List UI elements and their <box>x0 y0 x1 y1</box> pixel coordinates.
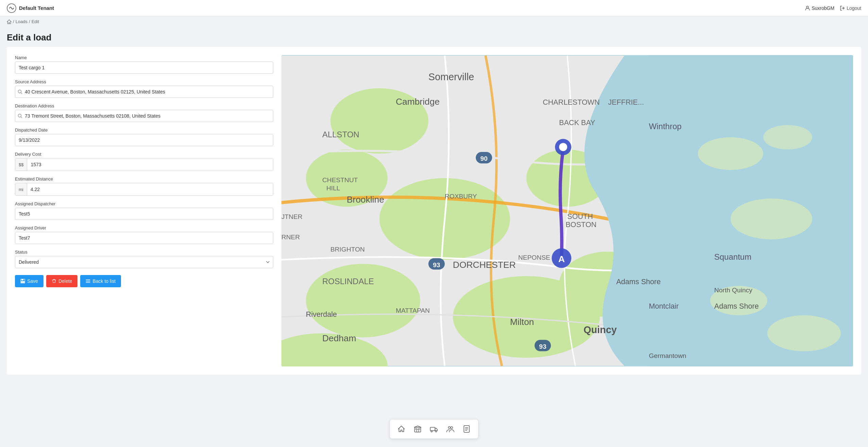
svg-text:BOSTON: BOSTON <box>566 220 596 229</box>
estimated-distance-group: Estimated Distance mi <box>15 176 273 196</box>
svg-text:JEFFRIE...: JEFFRIE... <box>608 98 644 106</box>
svg-text:Cambridge: Cambridge <box>396 97 439 107</box>
svg-text:ROSLINDALE: ROSLINDALE <box>322 277 374 286</box>
breadcrumb-separator-1: / <box>13 19 14 24</box>
estimated-distance-input-wrapper: mi <box>15 183 273 196</box>
trash-icon <box>52 279 56 283</box>
svg-text:ROXBURY: ROXBURY <box>445 193 477 200</box>
svg-text:BACK BAY: BACK BAY <box>559 118 595 127</box>
name-label: Name <box>15 55 273 60</box>
svg-text:HILL: HILL <box>326 185 340 192</box>
save-button[interactable]: Save <box>15 275 44 287</box>
person-icon <box>805 5 810 11</box>
search-icon-dest <box>18 114 22 118</box>
svg-text:90: 90 <box>480 155 487 162</box>
svg-point-27 <box>763 125 812 150</box>
brand: Default Tenant <box>7 3 54 13</box>
delete-button[interactable]: Delete <box>46 275 77 287</box>
assigned-dispatcher-input[interactable] <box>15 208 273 220</box>
dispatched-date-label: Dispatched Date <box>15 127 273 133</box>
svg-point-3 <box>18 114 21 117</box>
map-view: 90 93 93 A Somerville Cambridge <box>281 55 853 366</box>
svg-rect-6 <box>21 281 24 283</box>
destination-address-label: Destination Address <box>15 103 273 108</box>
save-icon <box>20 279 25 283</box>
assigned-driver-label: Assigned Driver <box>15 225 273 230</box>
svg-text:CHARLESTOWN: CHARLESTOWN <box>543 98 600 106</box>
user-menu[interactable]: SuxrobGM <box>805 5 834 11</box>
assigned-dispatcher-label: Assigned Dispatcher <box>15 201 273 206</box>
page-title: Edit a load <box>7 32 861 43</box>
status-select-wrapper: Pending In Transit Delivered Cancelled <box>15 256 273 268</box>
svg-text:NEPONSE: NEPONSE <box>518 254 550 261</box>
svg-text:BRIGHTON: BRIGHTON <box>330 246 365 253</box>
assigned-driver-input[interactable] <box>15 232 273 244</box>
svg-text:SOUTH: SOUTH <box>567 212 593 221</box>
breadcrumb-loads[interactable]: Loads <box>16 19 28 24</box>
username-label: SuxrobGM <box>812 5 834 11</box>
svg-text:North Quincy: North Quincy <box>714 287 753 294</box>
app-name: Default Tenant <box>19 5 54 11</box>
svg-text:Brookline: Brookline <box>347 194 384 205</box>
svg-text:Somerville: Somerville <box>429 71 474 82</box>
assigned-driver-group: Assigned Driver <box>15 225 273 244</box>
estimated-distance-input[interactable] <box>27 183 273 195</box>
app-logo-icon <box>7 3 16 13</box>
svg-text:JTNER: JTNER <box>281 213 302 220</box>
source-address-input[interactable] <box>15 86 273 98</box>
svg-text:Adams Shore: Adams Shore <box>616 277 661 286</box>
svg-text:Riverdale: Riverdale <box>306 310 337 319</box>
main-content: Name Source Address Destination Address <box>7 47 861 375</box>
breadcrumb-separator-2: / <box>29 19 30 24</box>
source-address-group: Source Address <box>15 79 273 98</box>
list-icon <box>86 279 90 283</box>
page-title-area: Edit a load <box>0 27 868 47</box>
home-breadcrumb-icon <box>7 19 12 24</box>
svg-text:Montclair: Montclair <box>649 302 679 310</box>
logout-button[interactable]: Logout <box>840 5 861 11</box>
back-to-list-button[interactable]: Back to list <box>80 275 121 287</box>
svg-point-23 <box>698 137 763 170</box>
search-icon <box>18 89 22 94</box>
svg-text:93: 93 <box>433 261 440 269</box>
breadcrumb: / Loads / Edit <box>0 16 868 27</box>
estimated-distance-label: Estimated Distance <box>15 176 273 182</box>
source-address-input-wrapper <box>15 86 273 98</box>
svg-point-12 <box>306 264 420 337</box>
svg-text:A: A <box>558 254 565 264</box>
svg-text:Adams Shore: Adams Shore <box>714 302 759 310</box>
delivery-cost-input[interactable] <box>27 158 273 171</box>
svg-text:Milton: Milton <box>510 317 534 327</box>
assigned-dispatcher-group: Assigned Dispatcher <box>15 201 273 220</box>
button-row: Save Delete Back to list <box>15 275 273 287</box>
status-select[interactable]: Pending In Transit Delivered Cancelled <box>15 256 273 268</box>
dispatched-date-group: Dispatched Date <box>15 127 273 146</box>
svg-text:DORCHESTER: DORCHESTER <box>453 260 516 270</box>
header-right: SuxrobGM Logout <box>805 5 861 11</box>
dispatched-date-input[interactable] <box>15 134 273 146</box>
svg-text:Quincy: Quincy <box>584 324 617 335</box>
svg-text:Germantown: Germantown <box>649 352 686 359</box>
svg-point-24 <box>731 199 812 239</box>
logout-label: Logout <box>847 5 861 11</box>
delivery-cost-label: Delivery Cost <box>15 152 273 157</box>
name-group: Name <box>15 55 273 74</box>
delivery-cost-group: Delivery Cost $$ <box>15 152 273 171</box>
status-group: Status Pending In Transit Delivered Canc… <box>15 250 273 268</box>
edit-load-form: Name Source Address Destination Address <box>15 55 273 366</box>
name-input[interactable] <box>15 62 273 74</box>
logout-icon <box>840 5 845 11</box>
svg-text:CHESTNUT: CHESTNUT <box>322 176 358 184</box>
header: Default Tenant SuxrobGM Logout <box>0 0 868 16</box>
delivery-cost-input-wrapper: $$ <box>15 158 273 171</box>
map-section[interactable]: 90 93 93 A Somerville Cambridge <box>281 55 853 366</box>
svg-text:MATTAPAN: MATTAPAN <box>396 307 430 314</box>
status-label: Status <box>15 250 273 255</box>
svg-point-26 <box>767 315 841 351</box>
svg-rect-5 <box>21 279 23 280</box>
svg-point-29 <box>559 143 567 151</box>
destination-address-input[interactable] <box>15 110 273 122</box>
svg-point-2 <box>18 90 21 93</box>
svg-text:Winthrop: Winthrop <box>649 122 681 131</box>
breadcrumb-current: Edit <box>32 19 39 24</box>
